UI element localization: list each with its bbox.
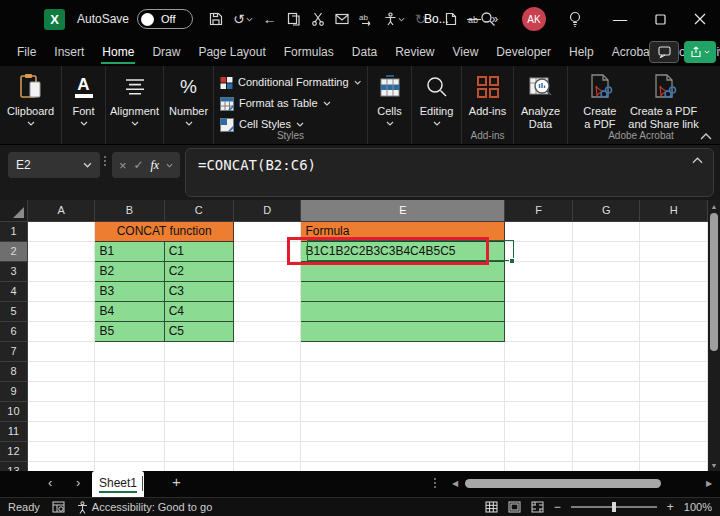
scroll-up-icon[interactable]: ▲	[708, 200, 720, 212]
col-header-d[interactable]: D	[233, 200, 301, 221]
col-header-h[interactable]: H	[640, 200, 708, 221]
cell[interactable]	[572, 441, 640, 461]
accessibility-checker-icon[interactable]	[384, 12, 405, 26]
cell[interactable]	[164, 401, 233, 421]
cell[interactable]	[301, 381, 505, 401]
tab-developer[interactable]: Developer	[487, 40, 560, 65]
cell[interactable]	[572, 261, 640, 281]
cell[interactable]	[640, 241, 708, 261]
back-arrow-icon[interactable]: ←	[263, 12, 277, 26]
cell[interactable]	[233, 321, 301, 341]
cell[interactable]	[233, 441, 301, 461]
cell[interactable]	[27, 341, 95, 361]
row-header[interactable]: 1	[0, 221, 27, 241]
minimize-button[interactable]: —	[600, 0, 640, 38]
email-icon[interactable]	[335, 13, 349, 25]
cell[interactable]	[301, 421, 505, 441]
cell[interactable]	[572, 301, 640, 321]
editing-button[interactable]: Editing	[412, 66, 462, 144]
cell[interactable]	[572, 421, 640, 441]
formula-input[interactable]: =CONCAT(B2:C6)	[185, 148, 714, 197]
lightbulb-icon[interactable]	[568, 11, 582, 28]
cell[interactable]	[233, 341, 301, 361]
cell-b4[interactable]: B3	[95, 281, 164, 301]
row-header[interactable]: 12	[0, 441, 27, 461]
cell[interactable]	[301, 361, 505, 381]
row-header[interactable]: 13	[0, 461, 27, 471]
cells-button[interactable]: Cells	[368, 66, 412, 144]
row-header[interactable]: 5	[0, 301, 27, 321]
cell[interactable]	[640, 401, 708, 421]
zoom-out-button[interactable]: −	[554, 500, 561, 514]
new-sheet-button[interactable]: +	[172, 473, 181, 490]
cell[interactable]	[233, 381, 301, 401]
autosave-toggle[interactable]: Off	[137, 9, 193, 29]
cell[interactable]	[572, 361, 640, 381]
horizontal-scroll-thumb[interactable]	[465, 479, 661, 488]
cell-b2[interactable]: B1	[95, 241, 164, 261]
row-header[interactable]: 8	[0, 361, 27, 381]
cell[interactable]	[640, 261, 708, 281]
cell[interactable]	[164, 381, 233, 401]
zoom-in-button[interactable]: +	[667, 500, 674, 514]
tab-data[interactable]: Data	[343, 40, 386, 65]
account-avatar[interactable]: AK	[522, 7, 546, 31]
cell[interactable]	[301, 461, 505, 471]
cell[interactable]	[640, 441, 708, 461]
prev-sheet-icon[interactable]: ‹	[48, 475, 52, 490]
cell[interactable]	[505, 321, 573, 341]
cell[interactable]	[27, 421, 95, 441]
cell[interactable]	[27, 221, 95, 241]
cell-c2[interactable]: C1	[164, 241, 233, 261]
cell[interactable]	[572, 401, 640, 421]
create-pdf-button[interactable]: Createa PDF	[583, 71, 616, 130]
cell[interactable]	[233, 461, 301, 471]
wrap-text-icon[interactable]: ab	[359, 13, 374, 26]
cell[interactable]	[505, 461, 573, 471]
collapse-formula-bar-icon[interactable]	[692, 157, 703, 164]
cell[interactable]	[572, 461, 640, 471]
comments-button[interactable]	[649, 41, 679, 63]
name-box[interactable]: E2	[8, 152, 100, 178]
normal-view-icon[interactable]	[485, 501, 498, 513]
collapse-ribbon-icon[interactable]	[700, 133, 712, 140]
insert-function-button[interactable]: fx	[150, 158, 159, 173]
col-header-a[interactable]: A	[27, 200, 95, 221]
cell[interactable]	[572, 321, 640, 341]
cell[interactable]	[505, 221, 573, 241]
cell[interactable]	[640, 281, 708, 301]
cell[interactable]	[164, 341, 233, 361]
number-group[interactable]: % Number	[164, 66, 214, 144]
cell[interactable]	[27, 281, 95, 301]
cell[interactable]	[95, 441, 164, 461]
fill-handle[interactable]	[509, 258, 515, 264]
cell[interactable]	[505, 261, 573, 281]
cell[interactable]	[301, 441, 505, 461]
cell[interactable]	[95, 421, 164, 441]
cell[interactable]	[164, 461, 233, 471]
cell[interactable]	[505, 381, 573, 401]
row-header[interactable]: 4	[0, 281, 27, 301]
cell[interactable]	[640, 461, 708, 471]
cell[interactable]	[572, 381, 640, 401]
next-sheet-icon[interactable]: ›	[76, 475, 80, 490]
zoom-slider[interactable]	[571, 506, 657, 508]
scroll-right-icon[interactable]: ▶	[706, 479, 712, 488]
excel-logo-icon[interactable]: X	[44, 9, 65, 30]
cell[interactable]	[505, 361, 573, 381]
cell[interactable]	[505, 441, 573, 461]
tab-help[interactable]: Help	[560, 40, 603, 65]
tab-view[interactable]: View	[444, 40, 488, 65]
tab-review[interactable]: Review	[386, 40, 443, 65]
search-icon[interactable]	[480, 11, 496, 27]
save-icon[interactable]	[209, 12, 223, 26]
vertical-scroll-thumb[interactable]	[710, 213, 718, 351]
zoom-level[interactable]: 100%	[684, 501, 712, 513]
col-header-b[interactable]: B	[95, 200, 164, 221]
tab-page-layout[interactable]: Page Layout	[189, 40, 274, 65]
cell[interactable]	[27, 241, 95, 261]
col-header-g[interactable]: G	[572, 200, 640, 221]
cell[interactable]	[95, 401, 164, 421]
cell[interactable]	[27, 361, 95, 381]
cell[interactable]	[640, 381, 708, 401]
